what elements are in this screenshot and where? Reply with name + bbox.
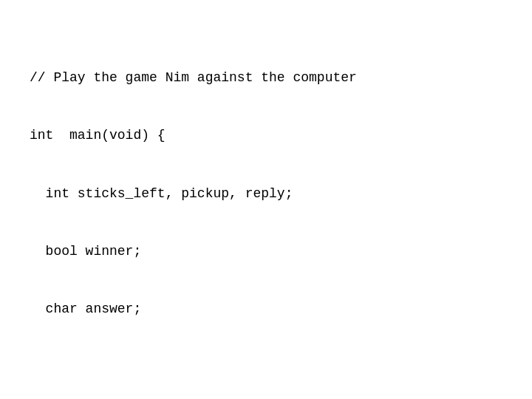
code-line-2: int main(void) {	[30, 126, 357, 145]
code-line-4: bool winner;	[30, 242, 357, 261]
code-line-1: // Play the game Nim against the compute…	[30, 68, 357, 87]
code-block: // Play the game Nim against the compute…	[0, 0, 386, 399]
blank-line-1	[30, 358, 357, 377]
code-line-5: char answer;	[30, 299, 357, 318]
code-line-3: int sticks_left, pickup, reply;	[30, 184, 357, 203]
